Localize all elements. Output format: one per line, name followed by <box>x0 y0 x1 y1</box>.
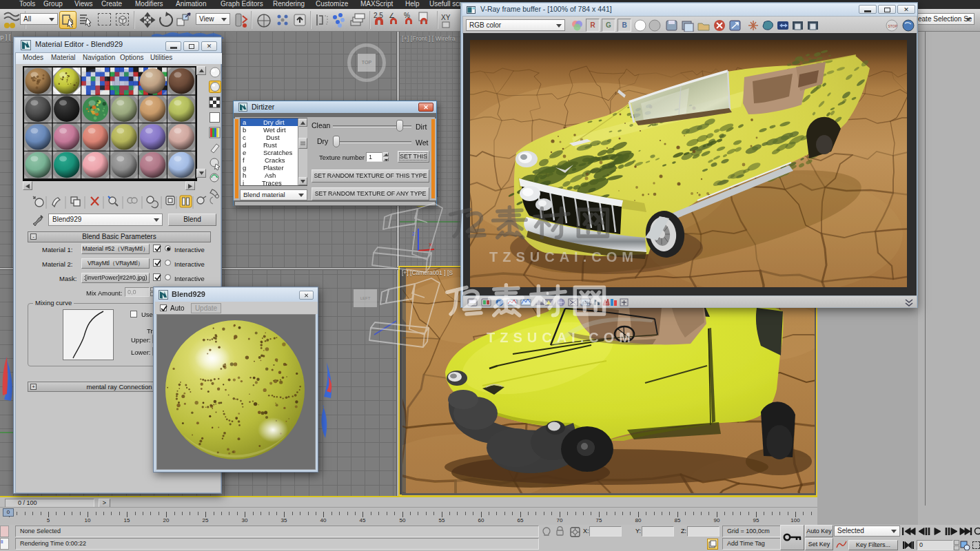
svg-text:XY: XY <box>441 14 451 21</box>
svg-text:Z: Z <box>412 231 416 237</box>
svg-text:STOP: STOP <box>888 24 898 28</box>
svg-text:sRG: sRG <box>582 300 592 305</box>
svg-text:i: i <box>498 300 500 306</box>
svg-text:X: X <box>429 242 433 248</box>
